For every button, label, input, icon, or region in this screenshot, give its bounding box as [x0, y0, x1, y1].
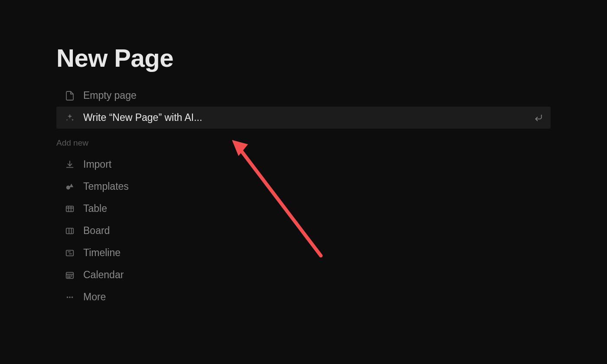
add-label: Templates [83, 181, 129, 192]
svg-point-21 [72, 296, 73, 298]
templates-icon [64, 181, 75, 192]
add-label: More [83, 291, 106, 303]
add-templates[interactable]: Templates [56, 176, 551, 197]
board-icon [64, 225, 75, 237]
add-board[interactable]: Board [56, 220, 551, 241]
option-label: Empty page [83, 90, 543, 101]
add-label: Calendar [83, 269, 124, 281]
sparkle-icon [64, 112, 75, 124]
svg-point-19 [67, 296, 69, 298]
page-title[interactable]: New Page [56, 43, 551, 72]
import-icon [64, 159, 75, 170]
add-table[interactable]: Table [56, 198, 551, 219]
page-container: New Page Empty page Write “New Page” wit… [0, 0, 607, 308]
add-more[interactable]: More [56, 286, 551, 308]
add-label: Import [83, 159, 111, 170]
add-calendar[interactable]: Calendar [56, 264, 551, 286]
table-icon [64, 203, 75, 214]
add-new-list: Import Templates Table [56, 154, 551, 308]
add-label: Timeline [83, 247, 121, 259]
add-label: Board [83, 225, 110, 237]
more-icon [64, 292, 75, 303]
svg-rect-6 [66, 228, 74, 234]
add-label: Table [83, 203, 107, 214]
enter-key-icon [534, 114, 543, 122]
options-list: Empty page Write “New Page” with AI... [56, 84, 551, 129]
svg-rect-2 [66, 206, 74, 211]
svg-point-18 [69, 277, 70, 277]
svg-point-17 [68, 277, 68, 277]
add-import[interactable]: Import [56, 154, 551, 175]
svg-point-20 [69, 296, 71, 298]
svg-marker-1 [69, 183, 73, 187]
timeline-icon [64, 247, 75, 259]
calendar-icon [64, 270, 75, 281]
svg-point-14 [68, 276, 68, 276]
option-label: Write “New Page” with AI... [83, 112, 526, 124]
option-empty-page[interactable]: Empty page [56, 84, 551, 107]
svg-point-0 [66, 185, 70, 189]
svg-rect-9 [66, 250, 74, 256]
svg-point-16 [71, 276, 72, 276]
section-header-add-new: Add new [56, 129, 551, 154]
page-icon [64, 90, 75, 101]
option-ai-write[interactable]: Write “New Page” with AI... [56, 107, 551, 129]
svg-point-15 [69, 276, 70, 276]
add-timeline[interactable]: Timeline [56, 242, 551, 263]
